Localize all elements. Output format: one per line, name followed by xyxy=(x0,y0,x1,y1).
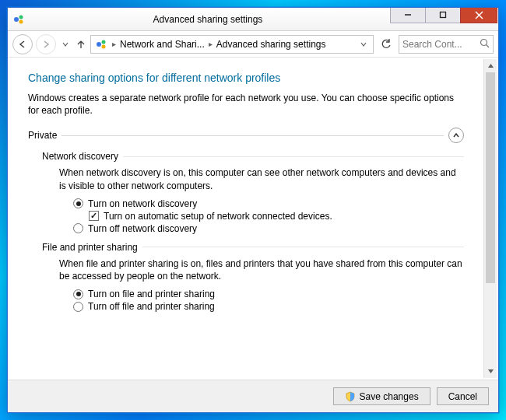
radio-icon xyxy=(73,223,83,233)
triangle-up-icon xyxy=(487,62,494,69)
save-changes-label: Save changes xyxy=(360,391,419,402)
breadcrumb-seg-2[interactable]: Advanced sharing settings xyxy=(215,39,328,50)
page-lead: Windows creates a separate network profi… xyxy=(28,92,464,117)
radio-icon xyxy=(73,302,83,312)
breadcrumb-dropdown[interactable] xyxy=(356,39,371,50)
forward-icon xyxy=(41,40,51,49)
collapse-private-button[interactable] xyxy=(448,128,464,143)
content-area: Change sharing options for different net… xyxy=(8,58,498,380)
window-buttons xyxy=(391,8,497,25)
divider xyxy=(61,135,444,136)
window: Advanced sharing settings xyxy=(7,7,499,413)
scroll-track[interactable] xyxy=(484,72,497,365)
scroll-up-button[interactable] xyxy=(484,59,497,72)
vertical-scrollbar[interactable] xyxy=(483,59,497,378)
window-title: Advanced sharing settings xyxy=(25,14,391,25)
forward-button[interactable] xyxy=(36,34,56,54)
radio-fp-on-label: Turn on file and printer sharing xyxy=(88,289,215,299)
chevron-right-icon: ▸ xyxy=(110,40,118,48)
app-icon xyxy=(12,13,25,26)
section-private: Private xyxy=(28,128,464,143)
refresh-icon xyxy=(381,39,392,50)
svg-point-8 xyxy=(102,40,106,44)
titlebar: Advanced sharing settings xyxy=(8,8,498,31)
chevron-down-icon xyxy=(360,41,367,47)
svg-point-9 xyxy=(102,44,106,48)
network-icon xyxy=(95,38,107,51)
svg-rect-4 xyxy=(441,12,446,18)
navbar: ▸ Network and Shari... ▸ Advanced sharin… xyxy=(8,31,498,58)
maximize-icon xyxy=(439,11,447,19)
close-icon xyxy=(475,11,483,19)
minimize-button[interactable] xyxy=(390,8,426,23)
recent-locations-button[interactable] xyxy=(59,41,72,47)
radio-nd-off-label: Turn off network discovery xyxy=(88,223,197,234)
save-changes-button[interactable]: Save changes xyxy=(333,387,430,405)
checkbox-icon xyxy=(89,211,99,221)
footer: Save changes Cancel xyxy=(8,380,498,412)
search-icon xyxy=(480,38,490,51)
cancel-button[interactable]: Cancel xyxy=(437,387,489,405)
triangle-down-icon xyxy=(487,368,494,375)
refresh-button[interactable] xyxy=(377,35,395,54)
up-icon xyxy=(76,39,86,50)
maximize-button[interactable] xyxy=(425,8,461,23)
svg-point-2 xyxy=(19,19,23,23)
close-button[interactable] xyxy=(460,8,497,23)
back-icon xyxy=(18,40,27,49)
network-discovery-desc: When network discovery is on, this compu… xyxy=(59,166,464,191)
svg-point-0 xyxy=(14,17,19,22)
radio-nd-on[interactable]: Turn on network discovery xyxy=(73,198,464,209)
radio-icon xyxy=(73,198,83,208)
subsection-network-discovery: Network discovery When network discovery… xyxy=(42,151,464,233)
file-printer-title: File and printer sharing xyxy=(42,242,138,253)
section-private-label: Private xyxy=(28,130,61,141)
search-placeholder: Search Cont... xyxy=(402,39,462,50)
radio-icon xyxy=(73,289,83,299)
scroll-thumb[interactable] xyxy=(486,72,495,283)
scroll-down-button[interactable] xyxy=(484,365,497,378)
radio-nd-off[interactable]: Turn off network discovery xyxy=(73,223,464,234)
svg-line-11 xyxy=(487,44,490,47)
shield-icon xyxy=(345,391,356,402)
cancel-label: Cancel xyxy=(448,391,477,402)
svg-point-1 xyxy=(19,15,23,19)
network-discovery-title: Network discovery xyxy=(42,151,118,162)
divider xyxy=(123,156,464,157)
search-input[interactable]: Search Cont... xyxy=(399,35,494,54)
page-heading: Change sharing options for different net… xyxy=(28,72,464,84)
up-button[interactable] xyxy=(75,39,87,50)
radio-nd-on-label: Turn on network discovery xyxy=(88,198,197,209)
checkbox-nd-auto[interactable]: Turn on automatic setup of network conne… xyxy=(73,211,464,222)
breadcrumb[interactable]: ▸ Network and Shari... ▸ Advanced sharin… xyxy=(90,35,374,54)
radio-fp-off[interactable]: Turn off file and printer sharing xyxy=(73,301,464,312)
subsection-file-printer: File and printer sharing When file and p… xyxy=(42,242,464,312)
chevron-up-icon xyxy=(452,131,460,139)
breadcrumb-seg-1[interactable]: Network and Shari... xyxy=(118,39,206,50)
svg-point-7 xyxy=(97,42,101,47)
minimize-icon xyxy=(404,11,412,19)
radio-fp-off-label: Turn off file and printer sharing xyxy=(88,301,215,312)
file-printer-desc: When file and printer sharing is on, fil… xyxy=(59,257,464,282)
svg-point-10 xyxy=(481,39,487,45)
chevron-right-icon: ▸ xyxy=(206,40,215,48)
radio-fp-on[interactable]: Turn on file and printer sharing xyxy=(73,289,464,299)
back-button[interactable] xyxy=(12,34,33,54)
chevron-down-icon xyxy=(62,41,69,47)
checkbox-nd-auto-label: Turn on automatic setup of network conne… xyxy=(104,211,332,222)
divider xyxy=(142,247,464,247)
